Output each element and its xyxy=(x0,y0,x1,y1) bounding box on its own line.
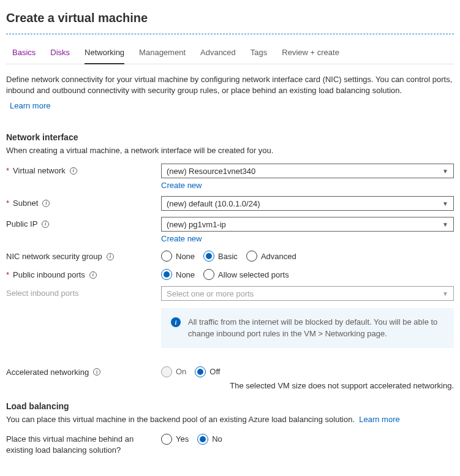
info-icon: i xyxy=(171,317,181,327)
accel-on-label: On xyxy=(176,367,186,376)
tab-basics[interactable]: Basics xyxy=(12,44,36,64)
create-new-vnet-link[interactable]: Create new xyxy=(161,181,202,190)
tab-networking[interactable]: Networking xyxy=(85,44,124,64)
virtual-network-value: (new) Resource1vnet340 xyxy=(167,167,255,176)
subnet-value: (new) default (10.0.1.0/24) xyxy=(167,199,260,208)
intro-text: Define network connectivity for your vir… xyxy=(6,74,454,96)
lb-place-label: Place this virtual machine behind an exi… xyxy=(6,434,134,455)
tab-tags[interactable]: Tags xyxy=(251,44,267,64)
nsg-advanced-radio[interactable]: Advanced xyxy=(246,251,296,262)
select-ports-placeholder: Select one or more ports xyxy=(167,289,254,298)
nsg-none-label: None xyxy=(176,252,195,261)
chevron-down-icon: ▼ xyxy=(442,290,448,297)
network-interface-heading: Network interface xyxy=(6,132,454,142)
nsg-radio-group: None Basic Advanced xyxy=(161,249,454,262)
required-marker: * xyxy=(6,166,9,175)
accel-helper-text: The selected VM size does not support ac… xyxy=(161,381,454,390)
learn-more-link[interactable]: Learn more xyxy=(10,101,50,110)
nsg-advanced-label: Advanced xyxy=(261,252,296,261)
tab-management[interactable]: Management xyxy=(139,44,186,64)
wizard-tabs: Basics Disks Networking Management Advan… xyxy=(6,44,454,64)
lb-no-label: No xyxy=(212,434,222,444)
accel-off-radio[interactable]: Off xyxy=(195,366,220,377)
public-ip-value: (new) pg1vm1-ip xyxy=(167,220,226,229)
tab-disks[interactable]: Disks xyxy=(50,44,70,64)
load-balancing-desc: You can place this virtual machine in th… xyxy=(6,415,454,424)
info-icon[interactable]: i xyxy=(107,253,114,260)
required-marker: * xyxy=(6,270,9,279)
accel-off-label: Off xyxy=(209,367,220,376)
tab-advanced[interactable]: Advanced xyxy=(200,44,236,64)
chevron-down-icon: ▼ xyxy=(442,168,448,175)
create-new-pip-link[interactable]: Create new xyxy=(161,234,202,243)
chevron-down-icon: ▼ xyxy=(442,200,448,207)
lb-yes-label: Yes xyxy=(176,434,189,444)
page-title: Create a virtual machine xyxy=(6,11,454,25)
info-icon[interactable]: i xyxy=(89,271,97,279)
lb-yes-radio[interactable]: Yes xyxy=(161,434,189,445)
nsg-basic-radio[interactable]: Basic xyxy=(203,251,238,262)
lb-radio-group: Yes No xyxy=(161,433,454,445)
select-ports-dropdown: Select one or more ports ▼ xyxy=(161,286,454,301)
lb-learn-more-link[interactable]: Learn more xyxy=(359,415,399,424)
tab-review[interactable]: Review + create xyxy=(282,44,339,64)
info-icon[interactable]: i xyxy=(70,167,77,175)
network-interface-desc: When creating a virtual machine, a netwo… xyxy=(6,146,454,155)
public-ports-label: Public inbound ports xyxy=(13,270,85,279)
lb-desc-text: You can place this virtual machine in th… xyxy=(6,415,355,424)
divider xyxy=(6,34,454,34)
load-balancing-heading: Load balancing xyxy=(6,401,454,411)
accel-label: Accelerated networking xyxy=(6,368,89,377)
required-marker: * xyxy=(6,198,9,208)
pports-none-radio[interactable]: None xyxy=(161,269,195,280)
nsg-label: NIC network security group xyxy=(6,252,102,261)
chevron-down-icon: ▼ xyxy=(442,221,448,228)
info-icon[interactable]: i xyxy=(42,200,50,207)
accel-on-radio: On xyxy=(161,366,186,377)
nsg-none-radio[interactable]: None xyxy=(161,251,195,262)
ports-info-text: All traffic from the internet will be bl… xyxy=(188,317,444,339)
subnet-label: Subnet xyxy=(13,198,38,208)
virtual-network-select[interactable]: (new) Resource1vnet340 ▼ xyxy=(161,164,454,178)
select-ports-label: Select inbound ports xyxy=(6,289,79,298)
virtual-network-label: Virtual network xyxy=(13,166,66,175)
pports-allow-radio[interactable]: Allow selected ports xyxy=(203,269,289,280)
info-icon[interactable]: i xyxy=(42,221,49,228)
public-ports-radio-group: None Allow selected ports xyxy=(161,268,454,280)
info-icon[interactable]: i xyxy=(93,368,100,376)
ports-info-box: i All traffic from the internet will be … xyxy=(161,308,454,347)
public-ip-select[interactable]: (new) pg1vm1-ip ▼ xyxy=(161,217,454,232)
nsg-basic-label: Basic xyxy=(218,252,238,261)
public-ip-label: Public IP xyxy=(6,219,37,229)
accel-radio-group: On Off xyxy=(161,365,454,377)
pports-allow-label: Allow selected ports xyxy=(218,270,289,279)
subnet-select[interactable]: (new) default (10.0.1.0/24) ▼ xyxy=(161,196,454,211)
lb-no-radio[interactable]: No xyxy=(197,434,222,445)
pports-none-label: None xyxy=(176,270,195,279)
